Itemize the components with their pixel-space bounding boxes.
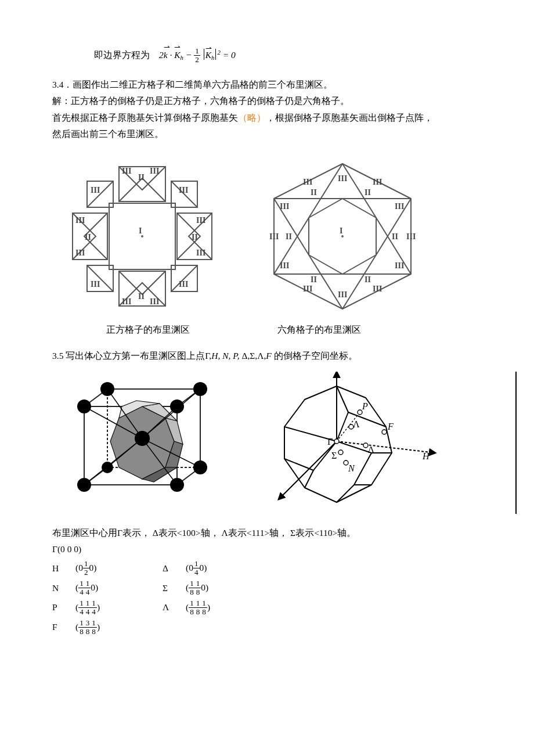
coordinate-table: H(0120)Δ(0140)N(14140)Σ(18180)P(141414)Λ… xyxy=(52,560,482,636)
svg-line-93 xyxy=(337,441,435,453)
svg-text:III: III xyxy=(122,167,131,175)
coord-row: F(183818) xyxy=(52,619,482,636)
svg-text:I: I xyxy=(139,226,142,235)
svg-text:III: III xyxy=(395,202,404,211)
q34-line2a: 首先根据正格子原胞基矢计算倒格子原胞基矢 xyxy=(52,113,238,123)
svg-text:Σ: Σ xyxy=(331,451,337,460)
svg-text:III: III xyxy=(338,174,347,183)
svg-text:III: III xyxy=(75,216,85,225)
svg-text:Γ: Γ xyxy=(327,437,333,447)
svg-text:III: III xyxy=(91,186,100,195)
q34-number: 3.4． xyxy=(52,80,73,89)
q35-tail: 的倒格子空间坐标。 xyxy=(272,351,358,361)
svg-text:III: III xyxy=(150,167,159,175)
svg-text:III: III xyxy=(75,249,85,257)
equation-formula: 2k · Kh − 12 Kh2 = 0 xyxy=(159,46,236,64)
svg-text:III: III xyxy=(373,178,382,186)
svg-line-94 xyxy=(279,441,337,499)
svg-text:III: III xyxy=(196,216,205,225)
figure-row-bcc: P F Γ Λ Δ Σ N H xyxy=(52,372,517,514)
figure-bcc-shaded xyxy=(52,372,226,514)
coord-row: H(0120)Δ(0140) xyxy=(52,560,482,577)
q35-text-1: 3.5 写出体心立方第一布里渊区图上点Γ, xyxy=(52,351,211,361)
svg-text:I: I xyxy=(340,226,342,235)
svg-text:III: III xyxy=(303,285,312,293)
svg-text:III: III xyxy=(373,285,382,293)
svg-text:II: II xyxy=(311,275,317,284)
caption-square: 正方格子的布里渊区 xyxy=(81,322,215,337)
svg-text:III: III xyxy=(150,297,159,306)
svg-text:III: III xyxy=(395,261,404,270)
svg-text:Δ: Δ xyxy=(368,445,374,455)
svg-text:III: III xyxy=(406,232,416,241)
figure-bcc-labeled: P F Γ Λ Δ Σ N H xyxy=(250,372,447,514)
svg-text:II: II xyxy=(286,232,292,241)
svg-text:II: II xyxy=(392,232,398,241)
svg-point-45 xyxy=(341,235,344,237)
coord-row: P(141414)Λ(181818) xyxy=(52,599,482,617)
q35-gamma-coord: Γ(0 0 0) xyxy=(52,542,482,557)
question-3-4: 3.4．画图作出二维正方格子和二维简单六方晶格的前三个布里渊区。 解：正方格子的… xyxy=(52,77,482,142)
q35-symbols-italic: H, N, P, xyxy=(211,351,239,361)
figure-row-bz: I II II II II III III III III III III II… xyxy=(52,152,482,318)
svg-text:III: III xyxy=(196,249,205,257)
svg-text:III: III xyxy=(280,202,289,211)
svg-text:II: II xyxy=(85,233,91,242)
svg-text:III: III xyxy=(303,178,312,186)
svg-text:H: H xyxy=(422,451,430,461)
svg-text:II: II xyxy=(138,292,145,301)
equation-line: 即边界方程为 2k · Kh − 12 Kh2 = 0 xyxy=(94,46,482,64)
q34-line3: 然后画出前三个布里渊区。 xyxy=(52,127,482,142)
svg-text:N: N xyxy=(348,463,355,473)
question-3-5: 3.5 写出体心立方第一布里渊区图上点Γ,H, N, P, Δ,Σ,Λ,F 的倒… xyxy=(52,348,482,363)
q35-explanation: 布里渊区中心用Γ表示， Δ表示<100>轴， Λ表示<111>轴， Σ表示<11… xyxy=(52,525,482,541)
q34-omit: （略） xyxy=(238,113,266,123)
svg-point-102 xyxy=(344,460,348,465)
q34-solution-label: 解： xyxy=(52,96,71,106)
svg-text:III: III xyxy=(269,232,279,241)
figure-captions: 正方格子的布里渊区 六角格子的布里渊区 xyxy=(52,322,482,337)
svg-point-100 xyxy=(363,443,368,448)
svg-text:F: F xyxy=(387,422,394,431)
svg-point-101 xyxy=(338,450,343,455)
svg-text:II: II xyxy=(192,233,198,242)
svg-point-96 xyxy=(334,439,339,444)
svg-text:P: P xyxy=(362,401,368,411)
q34-title: 画图作出二维正方格子和二维简单六方晶格的前三个布里渊区。 xyxy=(73,80,333,89)
svg-marker-91 xyxy=(284,386,392,502)
svg-text:III: III xyxy=(179,186,188,195)
caption-hex: 六角格子的布里渊区 xyxy=(252,322,386,337)
figure-hex-bz: I III III III III III III II II II II II… xyxy=(244,152,441,318)
coord-row: N(14140)Σ(18180) xyxy=(52,579,482,597)
svg-point-13 xyxy=(141,235,143,237)
q34-line1: 正方格子的倒格子仍是正方格子，六角格子的倒格子仍是六角格子。 xyxy=(71,96,349,106)
figure-square-bz: I II II II II III III III III III III II… xyxy=(52,152,232,318)
svg-text:II: II xyxy=(138,173,145,182)
svg-text:III: III xyxy=(338,290,347,299)
svg-point-97 xyxy=(358,410,362,415)
svg-point-99 xyxy=(382,430,387,434)
equation-prefix: 即边界方程为 xyxy=(94,48,150,63)
svg-text:III: III xyxy=(91,280,100,289)
svg-text:II: II xyxy=(311,188,317,197)
svg-text:III: III xyxy=(280,261,289,270)
svg-text:II: II xyxy=(365,275,371,284)
svg-text:Λ: Λ xyxy=(353,419,360,429)
q35-f: F xyxy=(266,351,271,361)
svg-text:III: III xyxy=(179,280,188,289)
q34-line2b: ，根据倒格子原胞基矢画出倒格子点阵， xyxy=(266,113,433,123)
svg-text:II: II xyxy=(365,188,371,197)
svg-text:III: III xyxy=(122,297,131,306)
q35-symbols-greek: Δ,Σ,Λ, xyxy=(240,351,266,361)
